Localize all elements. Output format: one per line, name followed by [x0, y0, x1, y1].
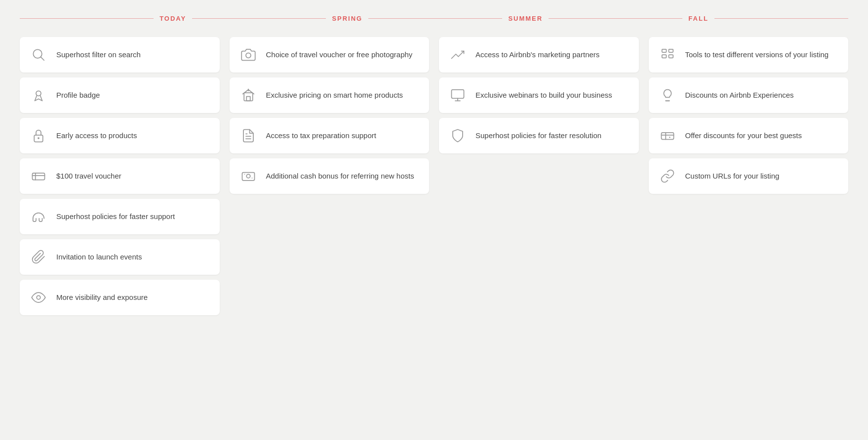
card-travel-voucher: $100 travel voucher [20, 158, 220, 194]
card-custom-urls: Custom URLs for your listing [649, 158, 849, 194]
card-text: Access to tax preparation support [266, 130, 376, 141]
svg-rect-11 [246, 97, 250, 101]
card-more-visibility: More visibility and exposure [20, 280, 220, 315]
svg-rect-5 [33, 173, 45, 180]
line-after-spring [368, 18, 502, 19]
card-text: More visibility and exposure [56, 292, 148, 303]
card-text: Discounts on Airbnb Experiences [685, 90, 794, 101]
cash-icon [239, 167, 257, 185]
lightbulb-icon [659, 86, 676, 104]
card-text: Exclusive pricing on smart home products [266, 90, 403, 101]
lock-icon [30, 127, 47, 145]
svg-point-31 [669, 137, 671, 138]
season-spring: SPRING [326, 15, 368, 22]
card-text: Custom URLs for your listing [685, 171, 780, 182]
card-text: Profile badge [56, 90, 100, 101]
card-text: Additional cash bonus for referring new … [266, 171, 414, 182]
svg-point-9 [246, 53, 251, 58]
season-today: TODAY [154, 15, 192, 22]
svg-rect-26 [669, 55, 673, 58]
card-profile-badge: Profile badge [20, 77, 220, 113]
svg-point-8 [37, 295, 40, 299]
chart-icon [449, 46, 467, 64]
badge-icon [30, 86, 47, 104]
svg-rect-25 [662, 55, 666, 58]
card-text: Tools to test different versions of your… [685, 49, 829, 60]
card-text: Choice of travel voucher or free photogr… [266, 49, 413, 60]
card-text: Superhost policies for faster support [56, 211, 175, 222]
search-icon [30, 46, 47, 64]
card-marketing-partners: Access to Airbnb's marketing partners [439, 37, 639, 73]
camera-icon [239, 46, 257, 64]
discount-icon [659, 127, 676, 145]
card-text: Superhost policies for faster resolution [475, 130, 601, 141]
card-webinars: Exclusive webinars to build your busines… [439, 77, 639, 113]
svg-rect-24 [669, 49, 673, 52]
card-faster-resolution: Superhost policies for faster resolution [439, 118, 639, 153]
svg-point-2 [36, 91, 41, 96]
card-text: Offer discounts for your best guests [685, 130, 802, 141]
svg-rect-28 [661, 133, 673, 140]
headset-icon [30, 208, 47, 225]
svg-point-17 [246, 174, 250, 178]
card-superhost-filter: Superhost filter on search [20, 37, 220, 73]
card-launch-events: Invitation to launch events [20, 239, 220, 275]
svg-point-4 [38, 137, 39, 139]
svg-rect-16 [242, 173, 254, 181]
monitor-icon [449, 86, 467, 104]
card-tax-prep: Access to tax preparation support [230, 118, 430, 153]
card-text: Exclusive webinars to build your busines… [475, 90, 612, 101]
line-after-fall [714, 18, 848, 19]
smart-home-icon [239, 86, 257, 104]
line-before-today [20, 18, 154, 19]
line-after-today [192, 18, 326, 19]
card-text: $100 travel voucher [56, 171, 121, 182]
card-listing-tools: Tools to test different versions of your… [649, 37, 849, 73]
season-fall: FALL [682, 15, 714, 22]
voucher-icon [30, 167, 47, 185]
card-offer-discounts: Offer discounts for your best guests [649, 118, 849, 153]
column-spring: Choice of travel voucher or free photogr… [230, 37, 430, 194]
column-summer: Access to Airbnb's marketing partners Ex… [439, 37, 639, 153]
card-text: Access to Airbnb's marketing partners [475, 49, 599, 60]
card-superhost-policies: Superhost policies for faster support [20, 199, 220, 234]
card-text: Superhost filter on search [56, 49, 141, 60]
season-header: TODAY SPRING SUMMER FALL [20, 15, 848, 22]
season-summer: SUMMER [502, 15, 549, 22]
card-smart-home: Exclusive pricing on smart home products [230, 77, 430, 113]
card-travel-voucher-photo: Choice of travel voucher or free photogr… [230, 37, 430, 73]
svg-line-1 [40, 57, 44, 60]
card-early-access: Early access to products [20, 118, 220, 153]
grid-icon [659, 46, 676, 64]
line-after-summer [549, 18, 682, 19]
benefit-columns: Superhost filter on search Profile badge… [20, 37, 848, 315]
paperclip-icon [30, 248, 47, 266]
column-fall: Tools to test different versions of your… [649, 37, 849, 194]
svg-rect-23 [662, 49, 666, 52]
card-airbnb-experiences: Discounts on Airbnb Experiences [649, 77, 849, 113]
shield-icon [449, 127, 467, 145]
eye-icon [30, 289, 47, 306]
link-icon [659, 167, 676, 185]
document-icon [239, 127, 257, 145]
svg-rect-20 [452, 90, 464, 99]
card-text: Invitation to launch events [56, 252, 142, 262]
column-today: Superhost filter on search Profile badge… [20, 37, 220, 315]
card-text: Early access to products [56, 130, 137, 141]
card-cash-bonus: Additional cash bonus for referring new … [230, 158, 430, 194]
